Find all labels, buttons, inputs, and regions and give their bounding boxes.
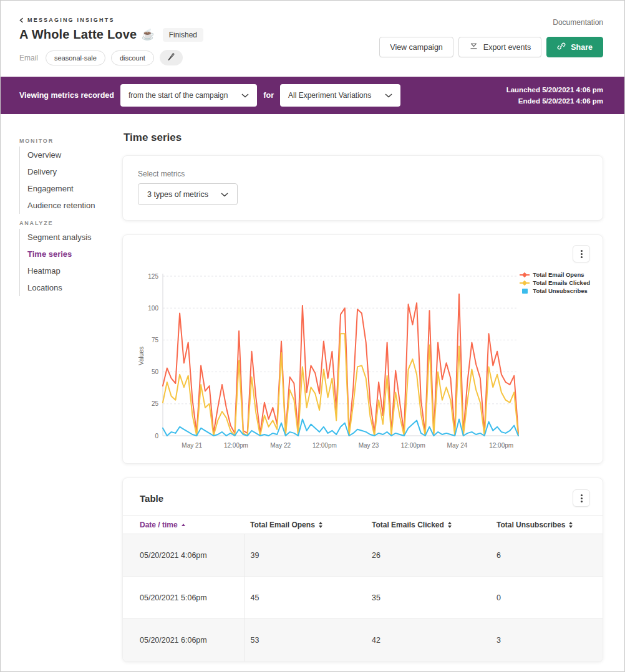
table-row: 05/20/2021 6:06pm 53 42 3 (123, 619, 603, 661)
cell-opens: 39 (245, 534, 366, 577)
svg-text:100: 100 (148, 305, 158, 312)
sidebar-item-overview[interactable]: Overview (27, 146, 113, 163)
tag-seasonal-sale[interactable]: seasonal-sale (46, 50, 105, 65)
chart-menu-button[interactable] (573, 245, 590, 262)
svg-text:0: 0 (155, 433, 158, 439)
cell-clicked: 26 (366, 534, 491, 577)
download-icon (469, 42, 478, 52)
kebab-icon (581, 253, 583, 255)
metrics-filter-bar: Viewing metrics recorded from the start … (1, 77, 624, 114)
legend-label: Total Emails Clicked (533, 279, 590, 286)
cell-unsubscribes: 6 (491, 534, 603, 577)
svg-text:Values: Values (138, 347, 145, 365)
cell-unsubscribes: 3 (491, 619, 603, 661)
legend-marker-opens (520, 272, 530, 277)
sidebar-section-analyze: ANALYZE (19, 220, 113, 226)
select-metrics-card: Select metrics 3 types of metrics (122, 155, 603, 221)
sidebar-item-delivery[interactable]: Delivery (27, 163, 113, 180)
cell-clicked: 42 (366, 619, 491, 661)
column-header-total-emails-clicked[interactable]: Total Emails Clicked (366, 516, 491, 534)
legend-item-total-email-opens[interactable]: Total Email Opens (520, 271, 590, 278)
legend-marker-unsubscribes (520, 289, 530, 294)
svg-text:125: 125 (148, 273, 158, 280)
cell-opens: 53 (245, 619, 366, 661)
column-header-date-time[interactable]: Date / time (123, 516, 245, 534)
coffee-emoji: ☕ (141, 28, 154, 41)
metrics-dropdown[interactable]: 3 types of metrics (138, 183, 238, 205)
share-label: Share (571, 43, 593, 52)
svg-text:May 21: May 21 (182, 442, 202, 449)
legend-item-total-emails-clicked[interactable]: Total Emails Clicked (520, 279, 590, 286)
filter-prefix-label: Viewing metrics recorded (19, 91, 114, 100)
table-menu-button[interactable] (573, 489, 590, 507)
svg-text:12:00pm: 12:00pm (312, 442, 337, 449)
pencil-icon (167, 52, 175, 64)
column-header-total-email-opens[interactable]: Total Email Opens (245, 516, 366, 534)
sidebar-section-monitor: MONITOR (19, 138, 113, 144)
svg-text:May 22: May 22 (270, 442, 291, 449)
tag-discount[interactable]: discount (111, 50, 154, 65)
svg-text:75: 75 (152, 337, 159, 343)
cell-date: 05/20/2021 6:06pm (123, 619, 245, 661)
sidebar-item-audience-retention[interactable]: Audience retention (27, 197, 113, 214)
launched-timestamp: Launched 5/20/2021 4:06 pm (506, 84, 603, 95)
table-row: 05/20/2021 5:06pm 45 35 0 (123, 577, 603, 619)
sidebar: MONITOR Overview Delivery Engagement Aud… (19, 132, 113, 662)
table-row: 05/20/2021 4:06pm 39 26 6 (123, 534, 603, 577)
share-button[interactable]: Share (546, 37, 603, 57)
select-metrics-label: Select metrics (138, 170, 588, 178)
kebab-icon (581, 497, 583, 499)
page-title: Time series (124, 132, 603, 144)
ended-timestamp: Ended 5/20/2021 4:06 pm (506, 95, 603, 107)
svg-text:12:00pm: 12:00pm (224, 442, 248, 449)
legend-marker-clicked (520, 281, 530, 286)
table-title: Table (140, 493, 163, 504)
time-series-chart-card: 0255075100125ValuesMay 2112:00pmMay 2212… (122, 234, 603, 464)
sort-icon (448, 522, 452, 528)
chevron-left-icon (19, 17, 24, 23)
variation-value: All Experiment Variations (288, 91, 371, 100)
column-header-total-unsubscribes[interactable]: Total Unsubscribes (491, 516, 603, 534)
metrics-table: Date / time Total Email Opens Total Emai… (123, 516, 603, 661)
legend-label: Total Unsubscribes (533, 287, 587, 294)
svg-text:12:00pm: 12:00pm (489, 442, 513, 449)
chevron-down-icon (221, 190, 228, 199)
sort-icon (319, 522, 322, 528)
legend-item-total-unsubscribes[interactable]: Total Unsubscribes (520, 287, 590, 294)
cell-clicked: 35 (366, 577, 491, 619)
status-badge: Finished (163, 28, 203, 42)
campaign-title: A Whole Latte Love (19, 27, 137, 42)
filter-connector-label: for (263, 91, 274, 100)
time-series-chart: 0255075100125ValuesMay 2112:00pmMay 2212… (135, 269, 590, 457)
time-range-select[interactable]: from the start of the campaign (120, 84, 257, 107)
view-campaign-label: View campaign (390, 43, 443, 52)
variation-select[interactable]: All Experiment Variations (280, 84, 400, 107)
svg-text:25: 25 (152, 400, 159, 407)
edit-tags-button[interactable] (160, 50, 183, 65)
cell-date: 05/20/2021 4:06pm (123, 534, 245, 577)
sort-asc-icon (182, 524, 185, 526)
cell-unsubscribes: 0 (491, 577, 603, 619)
export-events-label: Export events (483, 43, 531, 52)
sidebar-item-time-series[interactable]: Time series (27, 246, 113, 262)
sidebar-item-segment-analysis[interactable]: Segment analysis (27, 229, 113, 246)
export-events-button[interactable]: Export events (458, 37, 541, 57)
chart-plot-area: 0255075100125ValuesMay 2112:00pmMay 2212… (135, 269, 590, 459)
documentation-link[interactable]: Documentation (553, 18, 603, 27)
chevron-down-icon (385, 91, 392, 100)
svg-text:50: 50 (152, 368, 159, 375)
svg-text:May 23: May 23 (359, 442, 379, 449)
cell-opens: 45 (245, 577, 366, 619)
sidebar-item-engagement[interactable]: Engagement (27, 180, 113, 197)
sidebar-item-locations[interactable]: Locations (27, 279, 113, 296)
sidebar-item-heatmap[interactable]: Heatmap (27, 262, 113, 279)
time-range-value: from the start of the campaign (128, 91, 228, 100)
link-icon (557, 42, 566, 52)
view-campaign-button[interactable]: View campaign (379, 37, 453, 57)
metrics-dropdown-value: 3 types of metrics (147, 190, 208, 199)
breadcrumb-label: MESSAGING INSIGHTS (27, 17, 115, 23)
svg-text:12:00pm: 12:00pm (401, 442, 425, 449)
chevron-down-icon (241, 91, 249, 100)
svg-text:May 24: May 24 (447, 442, 468, 449)
breadcrumb[interactable]: MESSAGING INSIGHTS (19, 17, 603, 23)
